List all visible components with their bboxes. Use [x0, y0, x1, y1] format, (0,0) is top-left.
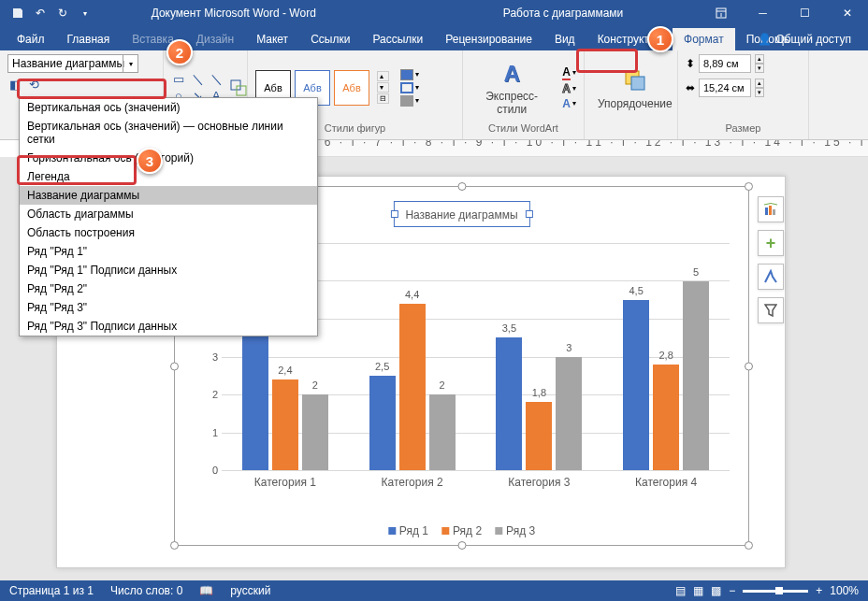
tab-refs[interactable]: Ссылки	[299, 28, 361, 50]
chart-filter-icon[interactable]	[758, 297, 784, 323]
bar[interactable]: 4,4	[399, 304, 426, 470]
ribbon-tabs: Файл Главная Вставка Дизайн Макет Ссылки…	[0, 26, 868, 50]
spell-check-icon[interactable]: 📖	[199, 584, 213, 597]
gallery-down-icon[interactable]: ▾	[377, 82, 389, 93]
svg-rect-4	[631, 77, 644, 90]
dropdown-item[interactable]: Вертикальная ось (значений)	[20, 98, 317, 117]
category-group[interactable]: 3,51,83	[496, 243, 582, 470]
category-group[interactable]: 2,54,42	[369, 243, 456, 470]
maximize-icon[interactable]: ☐	[784, 0, 826, 26]
svg-rect-7	[773, 209, 775, 215]
text-outline-button[interactable]: A▾	[562, 82, 576, 95]
bar[interactable]: 2	[429, 394, 456, 470]
zoom-in-icon[interactable]: +	[816, 584, 822, 597]
word-count[interactable]: Число слов: 0	[110, 584, 182, 597]
user-icon: 👤	[758, 33, 772, 46]
dropdown-item[interactable]: Легенда	[20, 167, 317, 186]
dropdown-item[interactable]: Область диаграммы	[20, 205, 317, 223]
tab-layout[interactable]: Макет	[245, 28, 299, 50]
chart-layout-icon[interactable]	[758, 196, 784, 222]
shape-line-icon[interactable]: ＼	[190, 72, 205, 87]
shape-style-3[interactable]: Абв	[334, 70, 369, 106]
bar[interactable]: 3,5	[496, 337, 522, 470]
chart-legend[interactable]: Ряд 1Ряд 2Ряд 3	[388, 524, 535, 537]
close-icon[interactable]: ✕	[826, 0, 868, 26]
bar[interactable]: 2,4	[272, 379, 298, 470]
dropdown-item[interactable]: Название диаграммы	[20, 186, 317, 205]
change-shape-button[interactable]	[229, 79, 248, 97]
minimize-icon[interactable]: ─	[742, 0, 784, 26]
legend-item[interactable]: Ряд 3	[495, 524, 535, 537]
x-axis-labels: Категория 1Категория 2Категория 3Категор…	[222, 476, 730, 489]
chart-title[interactable]: Название диаграммы	[393, 201, 529, 227]
language-indicator[interactable]: русский	[230, 584, 270, 597]
bar[interactable]: 4,5	[623, 300, 649, 470]
gallery-more-icon[interactable]: ⊟	[377, 93, 389, 104]
chart-element-dropdown[interactable]: Вертикальная ось (значений)Вертикальная …	[19, 97, 318, 336]
bar[interactable]: 2,5	[369, 376, 396, 470]
bar[interactable]: 2	[302, 394, 328, 470]
legend-item[interactable]: Ряд 2	[441, 524, 482, 537]
width-input[interactable]	[699, 79, 751, 97]
tab-design[interactable]: Дизайн	[185, 28, 245, 50]
tab-format[interactable]: Формат	[673, 28, 735, 50]
dropdown-item[interactable]: Ряд "Ряд 2"	[20, 279, 317, 298]
legend-item[interactable]: Ряд 1	[388, 524, 428, 537]
titlebar: ↶ ↻ ▾ Документ Microsoft Word - Word Раб…	[0, 0, 868, 26]
dropdown-item[interactable]: Ряд "Ряд 1"	[20, 242, 317, 261]
share-button[interactable]: 👤Общий доступ	[750, 28, 859, 50]
svg-rect-5	[765, 207, 768, 215]
spinner-down-icon[interactable]: ▾	[755, 64, 764, 73]
view-print-icon[interactable]: ▦	[693, 584, 703, 597]
dropdown-item[interactable]: Область построения	[20, 223, 317, 242]
dropdown-item[interactable]: Горизонтальная ось (категорий)	[20, 149, 317, 167]
chart-add-element-icon[interactable]: +	[758, 230, 784, 256]
spinner-up-icon[interactable]: ▴	[755, 54, 764, 64]
svg-rect-1	[231, 80, 240, 90]
category-group[interactable]: 4,52,85	[623, 243, 709, 470]
statusbar: Страница 1 из 1 Число слов: 0 📖 русский …	[0, 580, 868, 601]
text-effects-button[interactable]: A▾	[562, 97, 576, 110]
wordart-styles-label: Стили WordArt	[470, 121, 576, 136]
page-indicator[interactable]: Страница 1 из 1	[9, 584, 94, 597]
shape-line2-icon[interactable]: ＼	[209, 72, 224, 87]
chevron-down-icon[interactable]: ▾	[123, 55, 137, 72]
height-input[interactable]	[699, 54, 751, 73]
text-fill-button[interactable]: A▾	[562, 65, 576, 80]
tab-view[interactable]: Вид	[543, 28, 586, 50]
dropdown-item[interactable]: Ряд "Ряд 3"	[20, 298, 317, 317]
ribbon-options-icon[interactable]	[700, 0, 742, 26]
callout-2: 2	[166, 39, 193, 65]
chart-styles-icon[interactable]	[758, 264, 784, 290]
zoom-out-icon[interactable]: −	[729, 584, 735, 597]
arrange-button[interactable]: Упорядочение	[592, 64, 678, 112]
callout-3: 3	[137, 148, 163, 174]
zoom-level[interactable]: 100%	[830, 584, 859, 597]
wordart-express-button[interactable]: A Экспресс-стили	[470, 57, 553, 117]
bar[interactable]: 2,8	[653, 365, 679, 470]
bar[interactable]: 3	[556, 357, 582, 471]
size-label: Размер	[686, 121, 801, 136]
chart-element-selector[interactable]: Название диаграммы ▾	[7, 54, 138, 73]
shape-outline-button[interactable]: ▾	[400, 82, 419, 93]
dropdown-item[interactable]: Вертикальная ось (значений) — основные л…	[20, 117, 317, 149]
shape-rect-icon[interactable]: ▭	[171, 72, 186, 87]
view-web-icon[interactable]: ▩	[711, 584, 721, 597]
dropdown-item[interactable]: Ряд "Ряд 3" Подписи данных	[20, 317, 317, 336]
gallery-up-icon[interactable]: ▴	[377, 71, 389, 81]
reset-style-icon[interactable]: ⟲	[26, 77, 41, 92]
shape-fill-button[interactable]: ▾	[400, 69, 419, 80]
tab-file[interactable]: Файл	[6, 28, 56, 50]
format-selection-icon[interactable]: ◧	[7, 77, 22, 92]
bar[interactable]: 1,8	[526, 402, 552, 470]
view-read-icon[interactable]: ▤	[675, 584, 686, 597]
spinner-down-icon[interactable]: ▾	[755, 88, 764, 97]
spinner-up-icon[interactable]: ▴	[755, 79, 764, 88]
doc-title: Документ Microsoft Word - Word	[152, 7, 316, 20]
shape-effects-button[interactable]: ▾	[400, 95, 419, 107]
tab-home[interactable]: Главная	[56, 28, 122, 50]
dropdown-item[interactable]: Ряд "Ряд 1" Подписи данных	[20, 261, 317, 279]
bar[interactable]: 5	[683, 281, 709, 471]
tab-mail[interactable]: Рассылки	[361, 28, 434, 50]
tab-review[interactable]: Рецензирование	[434, 28, 543, 50]
